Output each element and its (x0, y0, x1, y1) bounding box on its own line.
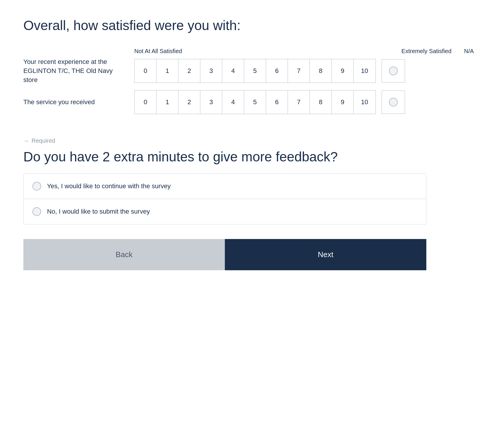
store-rating-0[interactable]: 0 (135, 59, 157, 83)
required-text: Required (32, 137, 55, 144)
store-rating-2[interactable]: 2 (178, 59, 200, 83)
required-section: → Required Do you have 2 extra minutes t… (23, 137, 481, 165)
store-rating-3[interactable]: 3 (200, 59, 222, 83)
store-na-radio (389, 67, 398, 75)
rating-row-service: The service you received 0 1 2 3 4 5 6 7… (23, 90, 481, 114)
page-title: Overall, how satisfied were you with: (23, 18, 481, 33)
rating-header-labels: Not At All Satisfied Extremely Satisfied… (134, 48, 481, 55)
feedback-question: Do you have 2 extra minutes to give more… (23, 149, 481, 165)
store-rating-4[interactable]: 4 (222, 59, 244, 83)
service-rating-4[interactable]: 4 (222, 90, 244, 114)
header-extremely-satisfied: Extremely Satisfied (402, 48, 451, 55)
service-na-radio (389, 98, 398, 107)
store-rating-7[interactable]: 7 (288, 59, 310, 83)
arrow-right-icon: → (23, 137, 29, 144)
store-rating-9[interactable]: 9 (332, 59, 354, 83)
store-rating-1[interactable]: 1 (157, 59, 178, 83)
store-rating-5[interactable]: 5 (244, 59, 266, 83)
service-rating-0[interactable]: 0 (135, 90, 157, 114)
option-no-label: No, I would like to submit the survey (47, 208, 150, 215)
rating-section: Not At All Satisfied Extremely Satisfied… (23, 48, 481, 114)
service-rating-scale: 0 1 2 3 4 5 6 7 8 9 10 (134, 90, 376, 114)
option-yes[interactable]: Yes, I would like to continue with the s… (24, 174, 426, 199)
service-rating-2[interactable]: 2 (178, 90, 200, 114)
option-no[interactable]: No, I would like to submit the survey (24, 199, 426, 224)
rating-row-store: Your recent experience at the EGLINTON T… (23, 57, 481, 84)
rating-header-row: Not At All Satisfied Extremely Satisfied… (23, 48, 481, 55)
store-na-option[interactable] (382, 59, 405, 83)
feedback-options-container: Yes, I would like to continue with the s… (23, 173, 426, 224)
service-rating-10[interactable]: 10 (354, 90, 376, 114)
service-rating-5[interactable]: 5 (244, 90, 266, 114)
option-no-radio (32, 207, 41, 216)
store-rating-scale: 0 1 2 3 4 5 6 7 8 9 10 (134, 59, 376, 83)
next-button[interactable]: Next (225, 239, 426, 270)
service-rating-6[interactable]: 6 (266, 90, 288, 114)
header-not-satisfied: Not At All Satisfied (134, 48, 182, 55)
store-rating-6[interactable]: 6 (266, 59, 288, 83)
service-rating-7[interactable]: 7 (288, 90, 310, 114)
service-rating-3[interactable]: 3 (200, 90, 222, 114)
option-yes-label: Yes, I would like to continue with the s… (47, 182, 171, 190)
service-label: The service you received (23, 98, 134, 107)
store-experience-label: Your recent experience at the EGLINTON T… (23, 57, 134, 84)
service-na-option[interactable] (382, 90, 405, 114)
option-yes-radio (32, 182, 41, 191)
service-rating-9[interactable]: 9 (332, 90, 354, 114)
store-rating-10[interactable]: 10 (354, 59, 376, 83)
back-button[interactable]: Back (23, 239, 225, 270)
header-na: N/A (457, 48, 481, 55)
service-rating-8[interactable]: 8 (310, 90, 332, 114)
buttons-row: Back Next (23, 239, 426, 270)
store-rating-8[interactable]: 8 (310, 59, 332, 83)
required-indicator: → Required (23, 137, 481, 144)
service-rating-1[interactable]: 1 (157, 90, 178, 114)
